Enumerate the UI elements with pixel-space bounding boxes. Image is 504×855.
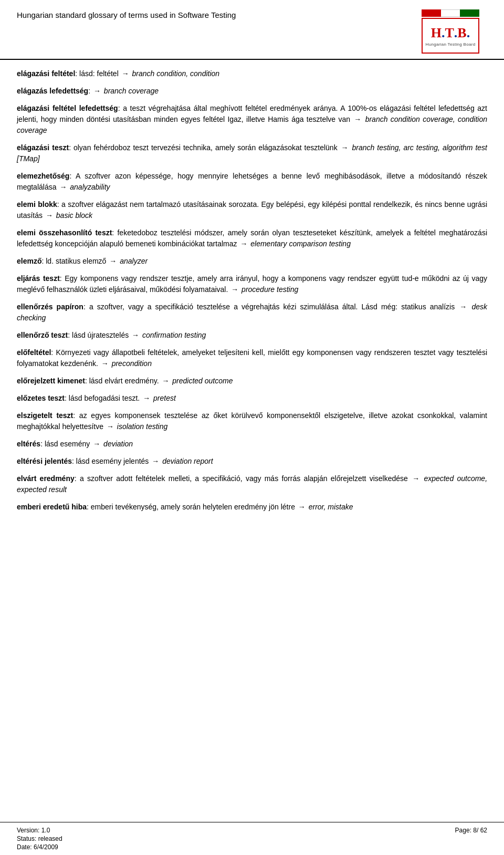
arrow-icon-8: →	[109, 256, 117, 267]
term-pretest: pretest	[153, 394, 176, 402]
term-elagazas-lefedettség: elágazás lefedettség	[17, 87, 88, 95]
logo-b: B	[457, 25, 466, 41]
arrow-icon-7: →	[240, 238, 247, 249]
term-desk-checking: desk checking	[17, 303, 487, 322]
entry-elvart-eredmény: elvárt eredmény: a szoftver adott feltét…	[17, 473, 487, 495]
arrow-icon-19: →	[298, 502, 306, 513]
term-branch-condition: branch condition, condition	[132, 69, 220, 78]
entry-elagazasi-feltetel-lefedettség: elágazási feltétel lefedettség: a teszt …	[17, 103, 487, 136]
page-header: Hungarian standard glossary of terms use…	[0, 0, 504, 60]
entry-elemi-osszehasonlito-teszt: elemi összehasonlító teszt: feketedoboz …	[17, 227, 487, 249]
term-deviation-report: deviation report	[162, 457, 213, 465]
footer-version: Version: 1.0	[17, 827, 62, 834]
term-ellenorzo-teszt: ellenőrző teszt	[17, 331, 68, 339]
arrow-icon-17: →	[152, 456, 159, 467]
entry-eltérési-jelentes: eltérési jelentés: lásd esemény jelentés…	[17, 456, 487, 467]
flag-white	[441, 9, 460, 17]
arrow-icon-15: →	[107, 421, 114, 432]
term-elorejelzett-kimenet: előrejelzett kimenet	[17, 377, 85, 385]
term-branch-condition-coverage: branch condition coverage, condition cov…	[17, 115, 487, 134]
logo-h: H	[431, 25, 442, 41]
arrow-icon-9: →	[231, 284, 238, 295]
arrow-icon: →	[122, 68, 129, 79]
term-elemi-osszehasonlito-teszt: elemi összehasonlító teszt	[17, 228, 112, 237]
entry-ellenorzo-teszt: ellenőrző teszt: lásd újratesztelés → co…	[17, 330, 487, 341]
term-elagazasi-feltetel: elágazási feltétel	[17, 69, 75, 78]
term-emberi-eredetu-hiba: emberi eredetű hiba	[17, 503, 87, 511]
entry-elemezhetseg: elemezhetőség: A szoftver azon képessége…	[17, 171, 487, 193]
arrow-icon-18: →	[412, 473, 419, 484]
term-elemzo: elemző	[17, 257, 41, 265]
term-error-mistake: error, mistake	[309, 503, 353, 511]
term-elagazasi-feltetel-lefedettség: elágazási feltétel lefedettség	[17, 104, 118, 112]
term-eljaras-teszt: eljárás teszt	[17, 274, 60, 283]
entry-elorejelzett-kimenet: előrejelzett kimenet: lásd elvárt eredmé…	[17, 376, 487, 387]
term-elemi-blokk: elemi blokk	[17, 200, 57, 208]
entry-elagazas-lefedettség: elágazás lefedettség: → branch coverage	[17, 86, 487, 97]
term-elozetes-teszt: előzetes teszt	[17, 394, 65, 402]
entry-elemi-blokk: elemi blokk: a szoftver elágazást nem ta…	[17, 199, 487, 221]
entry-elofeltétel: előfeltétel: Környezeti vagy állapotbeli…	[17, 347, 487, 369]
entry-elozetes-teszt: előzetes teszt: lásd befogadási teszt. →…	[17, 393, 487, 404]
page-footer: Version: 1.0 Status: released Date: 6/4/…	[0, 822, 504, 855]
footer-page: Page: 8/ 62	[455, 827, 487, 834]
entry-eljaras-teszt: eljárás teszt: Egy komponens vagy rendsz…	[17, 273, 487, 295]
footer-left: Version: 1.0 Status: released Date: 6/4/…	[17, 827, 62, 851]
entry-elemzo: elemző: ld. statikus elemző → analyzer	[17, 256, 487, 267]
logo-area: H . T . B . Hungarian Testing Board	[414, 9, 487, 54]
term-deviation: deviation	[103, 440, 133, 448]
term-elszigetelt-teszt: elszigetelt teszt	[17, 411, 73, 420]
logo-t: T	[445, 25, 454, 41]
term-analyzer: analyzer	[120, 257, 148, 265]
logo-subtitle: Hungarian Testing Board	[426, 42, 476, 47]
term-branch-coverage: branch coverage	[104, 87, 159, 95]
arrow-icon-16: →	[93, 439, 100, 450]
entry-emberi-eredetu-hiba: emberi eredetű hiba: emberi tevékenység,…	[17, 502, 487, 513]
term-basic-block: basic block	[56, 211, 92, 220]
term-eltérési-jelentes: eltérési jelentés	[17, 457, 72, 465]
arrow-icon-5: →	[59, 182, 67, 193]
flag-red	[422, 9, 441, 17]
term-confirmation-testing: confirmation testing	[142, 331, 206, 339]
term-predicted-outcome: predicted outcome	[172, 377, 233, 385]
arrow-icon-2: →	[93, 86, 101, 97]
term-branch-testing: branch testing, arc testing, algorithm t…	[17, 143, 487, 163]
logo-dot3: .	[467, 25, 470, 41]
main-content: elágazási feltétel: lásd: feltétel → bra…	[0, 63, 504, 822]
term-eltérés: eltérés	[17, 440, 40, 448]
arrow-icon-10: →	[459, 301, 467, 312]
term-elagazasi-teszt: elágazási teszt	[17, 143, 69, 152]
footer-status: Status: released	[17, 835, 62, 842]
arrow-icon-4: →	[341, 142, 349, 153]
logo-box: H . T . B . Hungarian Testing Board	[422, 18, 479, 54]
page: Hungarian standard glossary of terms use…	[0, 0, 504, 855]
document-title: Hungarian standard glossary of terms use…	[17, 9, 236, 20]
arrow-icon-13: →	[162, 376, 169, 387]
flag-green	[460, 9, 479, 17]
entry-elagazasi-teszt: elágazási teszt: olyan fehérdoboz teszt …	[17, 142, 487, 164]
term-elvart-eredmény: elvárt eredmény	[17, 474, 75, 483]
entry-elszigetelt-teszt: elszigetelt teszt: az egyes komponensek …	[17, 410, 487, 432]
arrow-icon-14: →	[143, 393, 150, 404]
flag-strip	[422, 9, 479, 17]
term-precondition: precondition	[112, 359, 152, 368]
term-elofeltétel: előfeltétel	[17, 348, 51, 357]
term-isolation-testing: isolation testing	[117, 422, 168, 431]
footer-date: Date: 6/4/2009	[17, 843, 62, 851]
term-procedure-testing: procedure testing	[242, 285, 298, 294]
entry-eltérés: eltérés: lásd esemény → deviation	[17, 439, 487, 450]
term-analyzability: analyzability	[70, 183, 110, 191]
arrow-icon-3: →	[354, 114, 361, 125]
arrow-icon-11: →	[132, 330, 139, 341]
term-elemezhetseg: elemezhetőség	[17, 172, 69, 180]
entry-ellenorzes-papíron: ellenőrzés papíron: a szoftver, vagy a s…	[17, 301, 487, 324]
entry-elagazasi-feltetel: elágazási feltétel: lásd: feltétel → bra…	[17, 68, 487, 79]
arrow-icon-6: →	[46, 210, 53, 221]
term-elementary-comparison-testing: elementary comparison testing	[250, 239, 351, 248]
arrow-icon-12: →	[101, 358, 109, 369]
term-ellenorzes-papíron: ellenőrzés papíron	[17, 303, 83, 311]
